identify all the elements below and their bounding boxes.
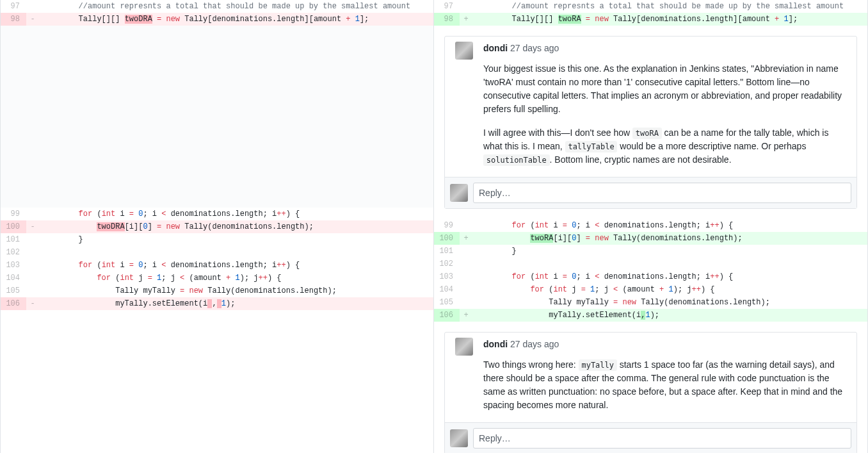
- line-number[interactable]: 102: [434, 258, 460, 270]
- line-number[interactable]: 106: [434, 309, 460, 322]
- line-number[interactable]: 104: [1, 272, 26, 284]
- left-line-98[interactable]: 98- Tally[][] twoDRA = new Tally[denomin…: [1, 13, 433, 26]
- right-line-98[interactable]: 98+ Tally[][] twoRA = new Tally[denomina…: [434, 13, 867, 26]
- line-number[interactable]: 101: [1, 233, 26, 246]
- right-line-104[interactable]: 104 for (int j = 1; j < (amount + 1); j+…: [434, 283, 867, 296]
- line-content: //amount represnts a total that should b…: [472, 0, 867, 13]
- line-content: myTally.setElement(i,1);: [472, 309, 867, 322]
- diff-view: 97 //amount represnts a total that shoul…: [0, 0, 868, 453]
- line-sign: -: [26, 13, 39, 26]
- line-sign: -: [26, 220, 39, 233]
- left-line-106[interactable]: 106- myTally.setElement(i , 1);: [1, 297, 433, 310]
- comment-body: Your biggest issue is this one. As the e…: [445, 60, 856, 177]
- line-content: }: [472, 245, 867, 258]
- line-number[interactable]: 97: [434, 0, 460, 13]
- avatar[interactable]: [450, 429, 468, 447]
- comment-author[interactable]: dondi: [483, 339, 508, 349]
- comment-body: Two things wrong here: myTally starts 1 …: [445, 356, 856, 422]
- line-number[interactable]: 99: [434, 219, 460, 232]
- line-sign: [460, 258, 472, 270]
- line-sign: [26, 233, 39, 246]
- diff-right-side: 97 //amount represnts a total that shoul…: [434, 0, 867, 453]
- line-content: //amount represnts a total that should b…: [39, 0, 433, 13]
- right-line-102[interactable]: 102: [434, 258, 867, 270]
- right-line-106[interactable]: 106+ myTally.setElement(i,1);: [434, 309, 867, 322]
- line-content: [39, 246, 433, 259]
- right-line-101[interactable]: 101 }: [434, 245, 867, 258]
- line-content: Tally myTally = new Tally(denominations.…: [39, 284, 433, 297]
- diff-left-side: 97 //amount represnts a total that shoul…: [1, 0, 434, 453]
- line-sign: [460, 245, 472, 258]
- inline-code: myTally: [579, 359, 617, 372]
- avatar[interactable]: [455, 42, 473, 60]
- right-line-103[interactable]: 103 for (int i = 0; i < denominations.le…: [434, 270, 867, 283]
- right-line-99[interactable]: 99 for (int i = 0; i < denominations.len…: [434, 219, 867, 232]
- right-line-105[interactable]: 105 Tally myTally = new Tally(denominati…: [434, 296, 867, 309]
- left-line-101[interactable]: 101 }: [1, 233, 433, 246]
- line-number[interactable]: 100: [434, 232, 460, 245]
- line-number[interactable]: 101: [434, 245, 460, 258]
- comment-time[interactable]: 27 days ago: [508, 43, 559, 53]
- line-number[interactable]: 100: [1, 220, 26, 233]
- line-sign: [26, 284, 39, 297]
- line-sign: +: [460, 13, 472, 26]
- line-content: Tally[][] twoDRA = new Tally[denominatio…: [39, 13, 433, 26]
- line-sign: [460, 0, 472, 13]
- line-sign: [460, 296, 472, 309]
- line-sign: [26, 272, 39, 284]
- left-line-102[interactable]: 102: [1, 246, 433, 259]
- reply-input[interactable]: [473, 428, 851, 449]
- inline-code: solutionTable: [483, 154, 550, 167]
- avatar[interactable]: [455, 338, 473, 356]
- inline-code: twoRA: [632, 128, 662, 140]
- line-content: myTally.setElement(i , 1);: [39, 297, 433, 310]
- line-number[interactable]: 102: [1, 246, 26, 259]
- line-number[interactable]: 104: [434, 283, 460, 296]
- review-comment: dondi 27 days agoYour biggest issue is t…: [434, 26, 867, 219]
- comment-author[interactable]: dondi: [483, 43, 508, 53]
- avatar[interactable]: [450, 184, 468, 202]
- left-line-97[interactable]: 97 //amount represnts a total that shoul…: [1, 0, 433, 13]
- left-line-105[interactable]: 105 Tally myTally = new Tally(denominati…: [1, 284, 433, 297]
- line-number[interactable]: 105: [434, 296, 460, 309]
- reply-row: [445, 177, 856, 208]
- line-content: for (int j = 1; j < (amount + 1); j++) {: [39, 272, 433, 284]
- left-line-100[interactable]: 100- twoDRA[i][0] = new Tally(denominati…: [1, 220, 433, 233]
- line-content: for (int j = 1; j < (amount + 1); j++) {: [472, 283, 867, 296]
- left-line-104[interactable]: 104 for (int j = 1; j < (amount + 1); j+…: [1, 272, 433, 284]
- line-content: twoDRA[i][0] = new Tally(denominations.l…: [39, 220, 433, 233]
- comment-time[interactable]: 27 days ago: [508, 339, 559, 349]
- review-comment: dondi 27 days agoTwo things wrong here: …: [434, 322, 867, 453]
- right-line-97[interactable]: 97 //amount represnts a total that shoul…: [434, 0, 867, 13]
- line-sign: [26, 0, 39, 13]
- line-sign: [460, 270, 472, 283]
- line-sign: -: [26, 297, 39, 310]
- line-content: for (int i = 0; i < denominations.length…: [472, 270, 867, 283]
- line-number[interactable]: 103: [434, 270, 460, 283]
- left-line-99[interactable]: 99 for (int i = 0; i < denominations.len…: [1, 208, 433, 220]
- line-number[interactable]: 103: [1, 259, 26, 272]
- line-number[interactable]: 98: [434, 13, 460, 26]
- line-content: Tally myTally = new Tally(denominations.…: [472, 296, 867, 309]
- line-content: for (int i = 0; i < denominations.length…: [472, 219, 867, 232]
- line-number[interactable]: 106: [1, 297, 26, 310]
- line-sign: [26, 246, 39, 259]
- line-number[interactable]: 105: [1, 284, 26, 297]
- line-number[interactable]: 99: [1, 208, 26, 220]
- line-number[interactable]: 97: [1, 0, 26, 13]
- line-sign: [460, 219, 472, 232]
- line-sign: +: [460, 309, 472, 322]
- reply-row: [445, 422, 856, 453]
- inline-code: tallyTable: [565, 141, 618, 153]
- reply-input[interactable]: [473, 183, 851, 203]
- line-content: }: [39, 233, 433, 246]
- right-line-100[interactable]: 100+ twoRA[i][0] = new Tally(denominatio…: [434, 232, 867, 245]
- line-content: for (int i = 0; i < denominations.length…: [39, 259, 433, 272]
- left-line-103[interactable]: 103 for (int i = 0; i < denominations.le…: [1, 259, 433, 272]
- line-sign: [26, 259, 39, 272]
- line-sign: [460, 283, 472, 296]
- line-sign: +: [460, 232, 472, 245]
- empty-spacer: [1, 26, 433, 208]
- line-number[interactable]: 98: [1, 13, 26, 26]
- line-content: Tally[][] twoRA = new Tally[denomination…: [472, 13, 867, 26]
